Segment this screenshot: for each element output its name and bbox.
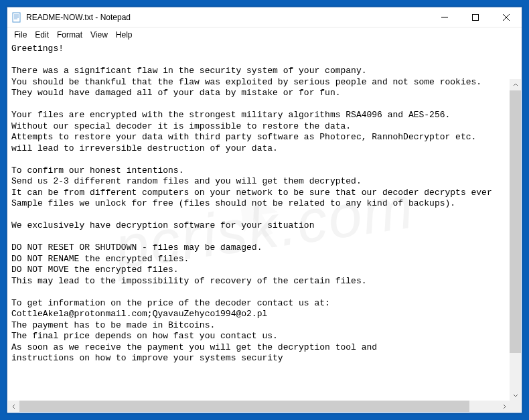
chevron-right-icon: [502, 404, 507, 409]
minimize-button[interactable]: [429, 7, 460, 27]
scrollbar-corner: [510, 401, 521, 412]
scroll-track-v[interactable]: [510, 90, 521, 389]
content-wrap: Greetings! There was a significant flaw …: [7, 42, 522, 413]
chevron-left-icon: [11, 404, 17, 409]
scroll-track-h[interactable]: [19, 401, 498, 412]
window-title: README-NOW.txt - Notepad: [26, 13, 429, 22]
chevron-down-icon: [513, 393, 518, 398]
scroll-thumb-h[interactable]: [19, 401, 469, 412]
text-area[interactable]: Greetings! There was a significant flaw …: [7, 42, 522, 366]
titlebar: README-NOW.txt - Notepad: [7, 7, 522, 27]
chevron-up-icon: [513, 82, 518, 88]
scroll-down-button[interactable]: [510, 389, 521, 401]
scroll-right-button[interactable]: [498, 401, 510, 412]
menu-view[interactable]: View: [86, 29, 112, 41]
scroll-left-button[interactable]: [8, 401, 19, 412]
close-button[interactable]: [491, 7, 522, 27]
scrollbar-horizontal[interactable]: [8, 401, 510, 412]
scroll-thumb-v[interactable]: [510, 90, 521, 353]
maximize-icon: [472, 14, 479, 21]
menu-file[interactable]: File: [10, 29, 31, 41]
window-controls: [429, 7, 522, 27]
scrollbar-vertical[interactable]: [510, 79, 521, 401]
maximize-button[interactable]: [460, 7, 491, 27]
close-icon: [503, 14, 510, 21]
notepad-icon: [11, 12, 22, 23]
svg-rect-6: [473, 14, 479, 20]
scroll-up-button[interactable]: [510, 79, 521, 90]
menu-help[interactable]: Help: [112, 29, 137, 41]
menu-edit[interactable]: Edit: [31, 29, 53, 41]
menu-format[interactable]: Format: [53, 29, 86, 41]
notepad-window: README-NOW.txt - Notepad File Edit Forma…: [7, 7, 522, 413]
minimize-icon: [441, 14, 448, 21]
menubar: File Edit Format View Help: [7, 27, 522, 42]
